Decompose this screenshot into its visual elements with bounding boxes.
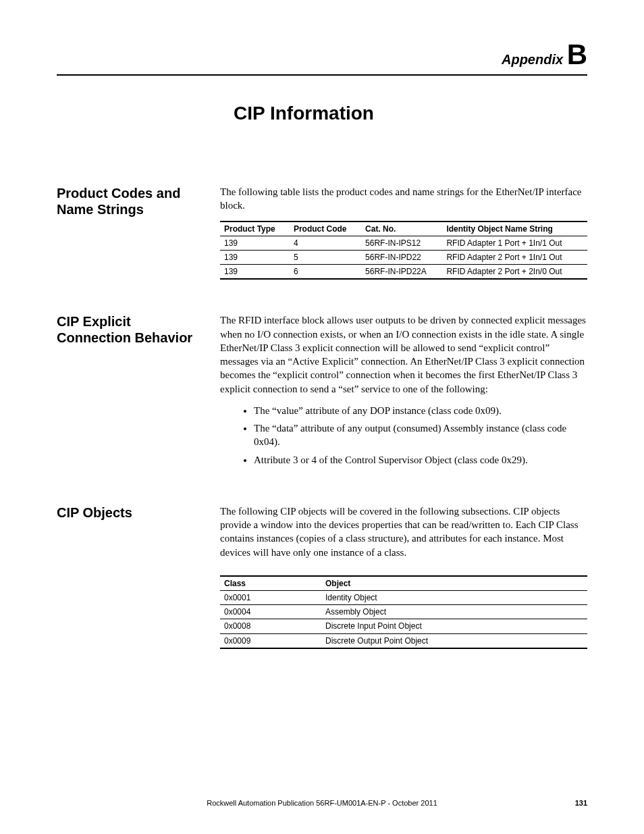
intro-text: The following table lists the product co… [220,185,587,213]
section-product-codes: Product Codes and Name Strings The follo… [57,185,587,280]
cell: Discrete Output Point Object [321,633,587,648]
cell: 0x0004 [220,605,321,619]
heading-cip-objects: CIP Objects [57,504,220,649]
section-cip-objects: CIP Objects The following CIP objects wi… [57,504,587,649]
table-row: 0x0009 Discrete Output Point Object [220,633,587,648]
cell: 0x0008 [220,619,321,633]
th-product-code: Product Code [290,221,361,236]
cell: 0x0009 [220,633,321,648]
th-object: Object [321,576,587,591]
heading-product-codes: Product Codes and Name Strings [57,185,220,280]
cell: RFID Adapter 2 Port + 1In/1 Out [442,250,587,264]
table-cip-objects: Class Object 0x0001 Identity Object 0x00… [220,575,587,649]
list-item: The “data” attribute of any output (cons… [254,421,587,449]
cell: 56RF-IN-IPS12 [361,236,442,250]
table-row: 0x0004 Assembly Object [220,605,587,619]
page-footer: Rockwell Automation Publication 56RF-UM0… [57,799,587,807]
cell: 0x0001 [220,590,321,604]
header-rule [57,74,587,76]
cell: 56RF-IN-IPD22A [361,265,442,280]
cell: 139 [220,265,290,280]
publication-info: Rockwell Automation Publication 56RF-UM0… [207,799,437,807]
table-row: 139 6 56RF-IN-IPD22A RFID Adapter 2 Port… [220,265,587,280]
table-row: 0x0001 Identity Object [220,590,587,604]
heading-explicit-connection: CIP Explicit Connection Behavior [57,313,220,471]
table-header-row: Product Type Product Code Cat. No. Ident… [220,221,587,236]
list-item: The “value” attribute of any DOP instanc… [254,404,587,417]
body-product-codes: The following table lists the product co… [220,185,587,280]
paragraph: The RFID interface block allows user out… [220,313,587,396]
page-number: 131 [575,799,587,807]
document-page: Appendix B CIP Information Product Codes… [0,0,644,834]
cell: 139 [220,250,290,264]
table-header-row: Class Object [220,576,587,591]
cell: 56RF-IN-IPD22 [361,250,442,264]
th-identity-string: Identity Object Name String [442,221,587,236]
list-item: Attribute 3 or 4 of the Control Supervis… [254,453,587,467]
th-class: Class [220,576,321,591]
th-product-type: Product Type [220,221,290,236]
appendix-prefix: Appendix [502,52,563,67]
appendix-letter: B [567,38,587,70]
table-product-codes: Product Type Product Code Cat. No. Ident… [220,221,587,280]
body-explicit-connection: The RFID interface block allows user out… [220,313,587,471]
cell: 6 [290,265,361,280]
paragraph: The following CIP objects will be covere… [220,504,587,559]
section-explicit-connection: CIP Explicit Connection Behavior The RFI… [57,313,587,471]
cell: 139 [220,236,290,250]
cell: Identity Object [321,590,587,604]
cell: 4 [290,236,361,250]
table-row: 0x0008 Discrete Input Point Object [220,619,587,633]
table-row: 139 4 56RF-IN-IPS12 RFID Adapter 1 Port … [220,236,587,250]
table-row: 139 5 56RF-IN-IPD22 RFID Adapter 2 Port … [220,250,587,264]
cell: RFID Adapter 2 Port + 2In/0 Out [442,265,587,280]
cell: Discrete Input Point Object [321,619,587,633]
cell: 5 [290,250,361,264]
th-cat-no: Cat. No. [361,221,442,236]
cell: Assembly Object [321,605,587,619]
cell: RFID Adapter 1 Port + 1In/1 Out [442,236,587,250]
body-cip-objects: The following CIP objects will be covere… [220,504,587,649]
appendix-header: Appendix B [57,41,587,69]
page-title: CIP Information [234,103,587,124]
bullet-list: The “value” attribute of any DOP instanc… [220,404,587,467]
